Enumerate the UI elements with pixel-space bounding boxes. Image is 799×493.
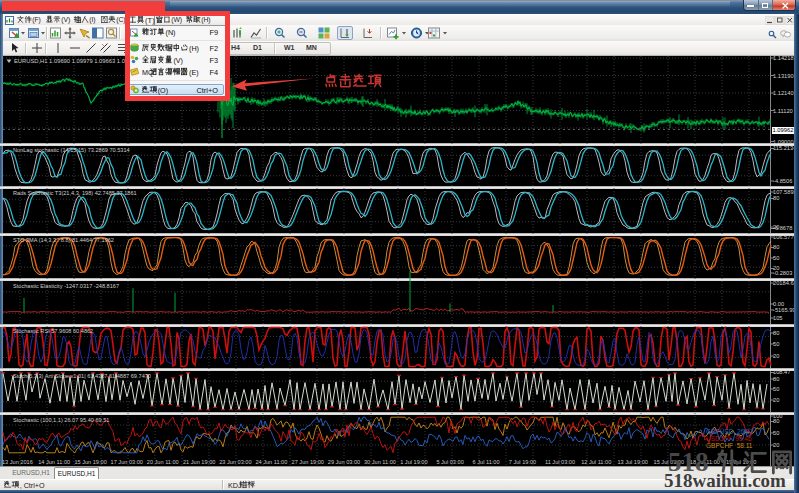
svg-text:, Ctrl+O: , Ctrl+O xyxy=(20,481,45,490)
svg-text:(I): (I) xyxy=(89,16,95,24)
svg-text:KDJ: KDJ xyxy=(228,481,242,490)
svg-text:(F): (F) xyxy=(32,16,41,24)
svg-text:(V): (V) xyxy=(61,16,70,24)
